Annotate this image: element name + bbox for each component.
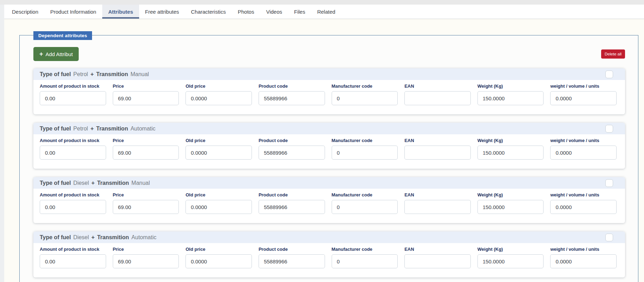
- old-price-input[interactable]: [186, 146, 252, 160]
- ean-input[interactable]: [404, 254, 471, 268]
- tab-files[interactable]: Files: [288, 5, 311, 19]
- weight-volume-units-input[interactable]: [550, 200, 617, 214]
- field-ean: EAN: [404, 192, 471, 214]
- card-header: Type of fuel Diesel + Transmition Manual: [33, 177, 625, 189]
- field-label: Weight (Kg): [477, 247, 544, 252]
- select-card-checkbox[interactable]: [605, 125, 613, 133]
- tab-attributes[interactable]: Attributes: [102, 5, 139, 19]
- field-price: Price: [113, 247, 179, 268]
- field-manufacturer-code: Manufacturer code: [332, 247, 398, 268]
- tab-product-information[interactable]: Product Information: [44, 5, 102, 19]
- old-price-input[interactable]: [186, 254, 252, 268]
- add-attribute-button[interactable]: + Add Attribut: [33, 47, 79, 61]
- field-label: Price: [113, 138, 179, 143]
- ean-input[interactable]: [404, 146, 471, 160]
- field-label: Weight (Kg): [477, 138, 544, 143]
- field-label: Old price: [186, 138, 252, 143]
- product-code-input[interactable]: [259, 200, 325, 214]
- field-label: Price: [113, 247, 179, 252]
- weight-input[interactable]: [477, 146, 544, 160]
- price-input[interactable]: [113, 146, 179, 160]
- amount-input[interactable]: [40, 146, 106, 160]
- field-weight-volume-units: weight / volume / units: [550, 192, 617, 214]
- card-body: Amount of product in stock Price Old pri…: [33, 189, 625, 223]
- delete-all-button[interactable]: Delete all: [601, 49, 625, 59]
- dependent-attributes-panel: Dependent attributes + Add Attribut Dele…: [19, 35, 638, 282]
- field-weight: Weight (Kg): [477, 83, 544, 105]
- field-label: Old price: [186, 83, 252, 89]
- field-label: EAN: [404, 192, 471, 197]
- weight-input[interactable]: [477, 91, 544, 105]
- card-header: Type of fuel Petrol + Transmition Manual: [33, 68, 625, 80]
- field-old-price: Old price: [186, 247, 252, 268]
- attribute2-name: Transmition: [97, 180, 129, 186]
- plus-separator: +: [91, 234, 95, 241]
- product-code-input[interactable]: [259, 91, 325, 105]
- plus-icon: +: [39, 51, 43, 57]
- field-label: Weight (Kg): [477, 192, 544, 197]
- card-title: Type of fuel Petrol + Transmition Manual: [40, 71, 149, 78]
- field-amount: Amount of product in stock: [40, 247, 106, 268]
- field-label: Manufacturer code: [332, 192, 398, 197]
- panel-legend: Dependent attributes: [33, 31, 92, 40]
- attribute-card: Type of fuel Diesel + Transmition Automa…: [33, 231, 625, 277]
- card-body: Amount of product in stock Price Old pri…: [33, 134, 625, 169]
- old-price-input[interactable]: [186, 91, 252, 105]
- field-old-price: Old price: [186, 83, 252, 105]
- tab-photos[interactable]: Photos: [232, 5, 260, 19]
- field-label: Manufacturer code: [332, 247, 398, 252]
- select-card-checkbox[interactable]: [605, 179, 613, 187]
- card-title: Type of fuel Petrol + Transmition Automa…: [40, 126, 156, 132]
- field-manufacturer-code: Manufacturer code: [332, 83, 398, 105]
- field-weight-volume-units: weight / volume / units: [550, 247, 617, 268]
- select-card-checkbox[interactable]: [605, 70, 613, 78]
- manufacturer-code-input[interactable]: [332, 91, 398, 105]
- card-title: Type of fuel Diesel + Transmition Manual: [40, 180, 150, 186]
- product-code-input[interactable]: [259, 146, 325, 160]
- amount-input[interactable]: [40, 200, 106, 214]
- tab-videos[interactable]: Videos: [260, 5, 288, 19]
- field-weight-volume-units: weight / volume / units: [550, 83, 617, 105]
- attribute2-name: Transmition: [96, 126, 128, 132]
- card-header: Type of fuel Diesel + Transmition Automa…: [33, 231, 625, 243]
- manufacturer-code-input[interactable]: [332, 146, 398, 160]
- plus-separator: +: [91, 180, 95, 186]
- product-code-input[interactable]: [259, 254, 325, 268]
- tab-bar: Description Product Information Attribut…: [0, 5, 644, 19]
- attribute-card: Type of fuel Petrol + Transmition Manual…: [33, 68, 625, 114]
- amount-input[interactable]: [40, 91, 106, 105]
- manufacturer-code-input[interactable]: [332, 254, 398, 268]
- manufacturer-code-input[interactable]: [332, 200, 398, 214]
- weight-volume-units-input[interactable]: [550, 146, 617, 160]
- attribute2-value: Manual: [130, 71, 149, 78]
- price-input[interactable]: [113, 200, 179, 214]
- field-label: Old price: [186, 247, 252, 252]
- weight-volume-units-input[interactable]: [550, 91, 617, 105]
- field-label: Price: [113, 83, 179, 89]
- price-input[interactable]: [113, 91, 179, 105]
- amount-input[interactable]: [40, 254, 106, 268]
- field-product-code: Product code: [259, 138, 325, 160]
- select-card-checkbox[interactable]: [605, 234, 613, 241]
- price-input[interactable]: [113, 254, 179, 268]
- field-label: Manufacturer code: [332, 83, 398, 89]
- tab-description[interactable]: Description: [6, 5, 44, 19]
- panel-toolbar: + Add Attribut Delete all: [33, 47, 625, 61]
- weight-input[interactable]: [477, 200, 544, 214]
- left-gutter: [0, 5, 4, 282]
- weight-input[interactable]: [477, 254, 544, 268]
- tab-related[interactable]: Related: [311, 5, 341, 19]
- tab-characteristics[interactable]: Characteristics: [185, 5, 232, 19]
- top-strip: [0, 0, 644, 5]
- old-price-input[interactable]: [186, 200, 252, 214]
- attribute1-value: Petrol: [73, 126, 88, 132]
- attribute2-value: Automatic: [130, 126, 155, 132]
- field-manufacturer-code: Manufacturer code: [332, 138, 398, 160]
- ean-input[interactable]: [404, 200, 471, 214]
- attribute-card: Type of fuel Petrol + Transmition Automa…: [33, 123, 625, 169]
- weight-volume-units-input[interactable]: [550, 254, 617, 268]
- ean-input[interactable]: [404, 91, 471, 105]
- field-label: EAN: [404, 247, 471, 252]
- tab-free-attributes[interactable]: Free attributes: [139, 5, 185, 19]
- field-label: Amount of product in stock: [40, 192, 106, 197]
